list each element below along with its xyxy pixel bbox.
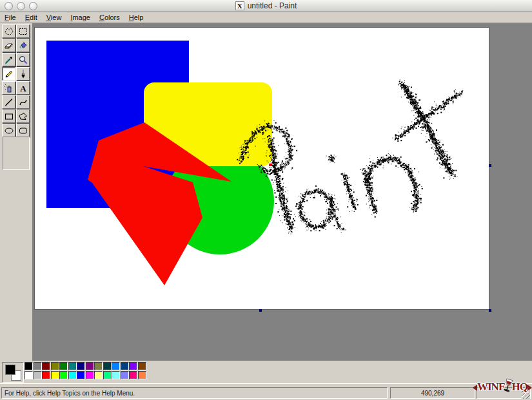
color-swatch[interactable] bbox=[112, 362, 120, 370]
color-swatch[interactable] bbox=[25, 362, 33, 370]
color-swatch[interactable] bbox=[59, 371, 68, 379]
menu-item-view[interactable]: View bbox=[42, 13, 66, 22]
tool-ellipse[interactable] bbox=[2, 124, 15, 137]
color-swatch[interactable] bbox=[68, 362, 77, 370]
menu-item-colors[interactable]: Colors bbox=[95, 13, 124, 22]
airbrush-icon bbox=[4, 83, 14, 93]
tool-magnifier[interactable] bbox=[16, 53, 30, 66]
tool-curve[interactable] bbox=[16, 95, 30, 109]
text-icon: A bbox=[18, 83, 28, 93]
color-swatch[interactable] bbox=[103, 371, 112, 379]
color-swatch[interactable] bbox=[34, 362, 42, 370]
tool-options-box[interactable] bbox=[3, 137, 30, 170]
color-swatch[interactable] bbox=[25, 371, 33, 379]
color-swatch[interactable] bbox=[138, 371, 146, 379]
status-help-pane: For Help, click Help Topics on the Help … bbox=[1, 387, 388, 399]
menu-item-help[interactable]: Help bbox=[124, 13, 148, 22]
color-swatch[interactable] bbox=[138, 362, 146, 370]
color-swatch[interactable] bbox=[42, 371, 50, 379]
tool-airbrush[interactable] bbox=[2, 81, 15, 95]
drawing-canvas[interactable] bbox=[34, 27, 489, 310]
color-swatch[interactable] bbox=[42, 362, 50, 370]
status-bar: For Help, click Help Topics on the Help … bbox=[0, 383, 532, 400]
brush-icon bbox=[18, 69, 28, 79]
tool-line[interactable] bbox=[2, 95, 15, 109]
ellipse-icon bbox=[4, 126, 14, 136]
winehq-right-arrow-icon bbox=[527, 385, 532, 391]
color-swatch[interactable] bbox=[51, 362, 59, 370]
tool-freeform-select[interactable] bbox=[2, 24, 15, 38]
main-area: A bbox=[0, 23, 532, 361]
paint-window: X untitled - Paint FileEditViewImageColo… bbox=[0, 0, 532, 400]
rounded-rectangle-icon bbox=[18, 126, 28, 136]
tool-rounded-rectangle[interactable] bbox=[16, 124, 30, 137]
pick-color-icon bbox=[4, 55, 14, 65]
workspace bbox=[32, 23, 532, 361]
winehq-wine-text: WINE bbox=[477, 381, 505, 394]
color-swatch[interactable] bbox=[68, 371, 77, 379]
color-swatch[interactable] bbox=[129, 371, 137, 379]
line-icon bbox=[4, 97, 14, 108]
color-swatch[interactable] bbox=[94, 362, 103, 370]
eraser-icon bbox=[4, 41, 14, 51]
x11-app-icon: X bbox=[235, 1, 244, 10]
menu-bar: FileEditViewImageColorsHelp bbox=[0, 12, 532, 23]
color-swatch[interactable] bbox=[129, 362, 137, 370]
cursor-coordinates: 490,269 bbox=[421, 390, 444, 397]
current-colors-indicator[interactable] bbox=[2, 362, 24, 383]
rectangle-icon bbox=[4, 111, 14, 122]
menu-item-image[interactable]: Image bbox=[66, 13, 95, 22]
tool-fill[interactable] bbox=[16, 39, 30, 52]
winehq-logo: WINE HQ bbox=[473, 370, 532, 397]
color-swatch[interactable] bbox=[51, 371, 59, 379]
tool-palette: A bbox=[0, 23, 32, 361]
menu-item-file[interactable]: File bbox=[0, 13, 21, 22]
color-swatch[interactable] bbox=[103, 362, 112, 370]
color-swatch[interactable] bbox=[77, 371, 85, 379]
freeform-select-icon bbox=[4, 26, 14, 37]
fill-icon bbox=[18, 41, 28, 51]
winehq-left-arrow-icon bbox=[473, 385, 477, 391]
title-group: X untitled - Paint bbox=[0, 0, 532, 12]
color-swatch[interactable] bbox=[86, 362, 94, 370]
canvas-resize-handle[interactable] bbox=[259, 309, 262, 312]
color-swatch[interactable] bbox=[94, 371, 103, 379]
foreground-color-box bbox=[5, 365, 15, 375]
select-icon bbox=[18, 26, 28, 37]
color-swatch[interactable] bbox=[59, 362, 68, 370]
status-help-text: For Help, click Help Topics on the Help … bbox=[5, 390, 135, 397]
curve-icon bbox=[18, 97, 28, 108]
canvas-resize-handle[interactable] bbox=[489, 309, 491, 312]
polygon-icon bbox=[18, 111, 28, 122]
magnifier-icon bbox=[18, 55, 28, 65]
tool-polygon[interactable] bbox=[16, 110, 30, 123]
tool-pick-color[interactable] bbox=[2, 53, 15, 66]
color-swatch[interactable] bbox=[121, 371, 129, 379]
tool-text[interactable]: A bbox=[16, 81, 30, 95]
tool-select[interactable] bbox=[16, 24, 30, 38]
svg-text:A: A bbox=[20, 83, 26, 93]
menu-item-edit[interactable]: Edit bbox=[21, 13, 42, 22]
pencil-icon bbox=[4, 69, 14, 79]
color-swatch[interactable] bbox=[77, 362, 85, 370]
title-bar[interactable]: X untitled - Paint bbox=[0, 0, 532, 12]
color-swatch[interactable] bbox=[121, 362, 129, 370]
color-swatch[interactable] bbox=[112, 371, 120, 379]
canvas-resize-handle[interactable] bbox=[489, 164, 491, 167]
tool-pencil[interactable] bbox=[2, 67, 15, 81]
color-palette-bar bbox=[0, 361, 532, 383]
status-coordinates-pane: 490,269 bbox=[390, 387, 475, 399]
tool-eraser[interactable] bbox=[2, 39, 15, 52]
tool-brush[interactable] bbox=[16, 67, 30, 81]
winehq-hq-text: HQ bbox=[512, 381, 527, 394]
tool-grid: A bbox=[2, 24, 30, 137]
color-swatch[interactable] bbox=[34, 371, 42, 379]
color-swatch[interactable] bbox=[86, 371, 94, 379]
window-title: untitled - Paint bbox=[248, 1, 297, 10]
tool-rectangle[interactable] bbox=[2, 110, 15, 123]
